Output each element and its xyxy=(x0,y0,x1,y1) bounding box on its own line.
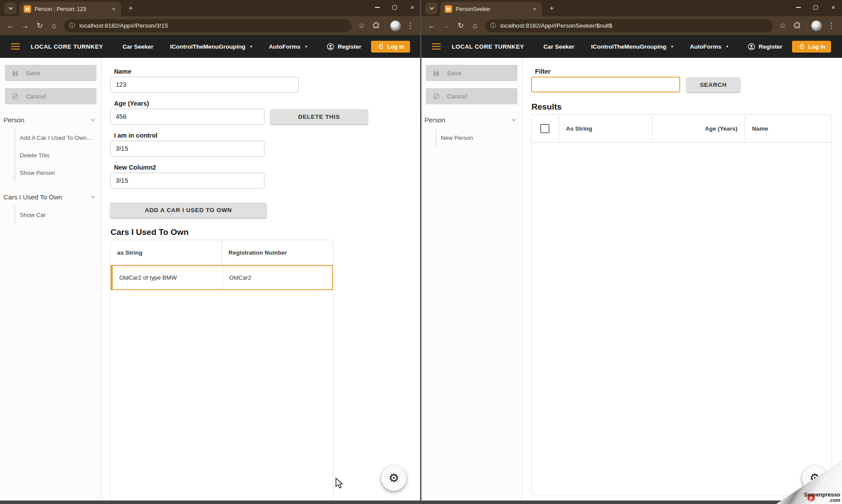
new-tab-button[interactable]: + xyxy=(125,4,136,13)
maximize-icon xyxy=(813,5,818,10)
person-form: Name Age (Years) DELETE THIS I am in con… xyxy=(102,58,421,500)
tab-search-button[interactable] xyxy=(425,2,438,14)
login-button[interactable]: Log in xyxy=(792,41,831,53)
delete-this-button[interactable]: DELETE THIS xyxy=(270,109,368,124)
save-button[interactable]: Save xyxy=(5,65,96,81)
back-button[interactable]: ← xyxy=(4,18,18,33)
login-icon xyxy=(798,43,805,50)
window-minimize-button[interactable] xyxy=(368,0,386,14)
back-button[interactable]: ← xyxy=(425,18,439,33)
chevron-down-icon xyxy=(8,6,13,10)
add-car-button[interactable]: ADD A CAR I USED TO OWN xyxy=(110,202,267,218)
select-all-cell[interactable] xyxy=(532,115,559,142)
age-field[interactable] xyxy=(110,109,264,124)
caret-down-icon: ▾ xyxy=(305,45,307,49)
cancel-button[interactable]: Cancel xyxy=(5,88,96,104)
mouse-cursor xyxy=(335,478,343,491)
cell-registration-number: OldCar2 xyxy=(222,266,332,289)
gear-icon: ⚙ xyxy=(389,471,399,485)
tab-title: Person : Person: 123 xyxy=(35,6,110,12)
window-minimize-button[interactable] xyxy=(789,0,807,14)
sidebar-section-person-header[interactable]: Person xyxy=(0,116,101,124)
cars-heading: Cars I Used To Own xyxy=(111,227,421,237)
login-button[interactable]: Log in xyxy=(371,41,410,53)
sidebar-section-person-header[interactable]: Person xyxy=(421,116,522,124)
nav-item-autoforms[interactable]: AutoForms▾ xyxy=(269,43,307,50)
sidebar-item-delete-this[interactable]: Delete This xyxy=(20,146,101,164)
profile-avatar[interactable] xyxy=(811,21,822,31)
app-brand[interactable]: LOCAL CORE TURNKEY xyxy=(31,43,103,50)
new-column2-field[interactable] xyxy=(110,173,264,188)
cancel-button[interactable]: Cancel xyxy=(426,88,517,104)
tab-person[interactable]: M Person : Person: 123 × xyxy=(19,2,121,16)
forward-button[interactable]: → xyxy=(439,18,453,33)
bookmark-star-icon[interactable]: ☆ xyxy=(354,18,369,33)
app-brand[interactable]: LOCAL CORE TURNKEY xyxy=(452,43,524,50)
bookmark-star-icon[interactable]: ☆ xyxy=(775,18,790,33)
address-bar[interactable]: ⓘ localhost:8182/App#/PersonSeeker/$null… xyxy=(485,19,773,32)
site-info-icon[interactable]: ⓘ xyxy=(490,22,496,30)
tab-personseeker[interactable]: M PersonSeeker × xyxy=(440,2,542,16)
address-bar[interactable]: ⓘ localhost:8182/App#/Person/3!15 xyxy=(64,19,352,32)
sidebar-item-show-car[interactable]: Show Car xyxy=(20,206,101,224)
sidebar: Save Cancel Person New Person xyxy=(421,58,523,500)
sidebar-section-person: Person Add A Car I Used To Own... Delete… xyxy=(0,116,101,181)
extensions-icon[interactable] xyxy=(369,18,383,33)
window-bottom-frame xyxy=(0,500,421,504)
window-close-button[interactable]: × xyxy=(403,0,421,14)
column-header-as-string[interactable]: As String xyxy=(559,115,652,142)
sidebar-item-show-person[interactable]: Show Person xyxy=(20,164,101,181)
reload-button[interactable]: ↻ xyxy=(453,18,468,33)
hamburger-menu-icon[interactable] xyxy=(11,43,20,50)
home-button[interactable]: ⌂ xyxy=(468,18,482,33)
nav-item-icontrolthemenugrouping[interactable]: IControlTheMenuGrouping▾ xyxy=(170,43,252,50)
sidebar-item-new-person[interactable]: New Person xyxy=(441,129,522,146)
reload-button[interactable]: ↻ xyxy=(32,18,47,33)
save-button[interactable]: Save xyxy=(426,65,517,81)
column-header-name[interactable]: Name xyxy=(745,115,831,142)
window-maximize-button[interactable] xyxy=(807,0,824,14)
name-label: Name xyxy=(114,68,421,75)
tab-favicon: M xyxy=(24,5,31,13)
nav-item-car-seeker[interactable]: Car Seeker xyxy=(543,43,574,50)
site-info-icon[interactable]: ⓘ xyxy=(69,22,75,30)
tab-close-icon[interactable]: × xyxy=(110,5,118,13)
menu-kebab-icon[interactable]: ⋮ xyxy=(824,18,838,33)
select-all-checkbox[interactable] xyxy=(540,124,549,133)
settings-fab[interactable]: ⚙ xyxy=(381,465,407,491)
nav-item-icontrolthemenugrouping[interactable]: IControlTheMenuGrouping▾ xyxy=(591,43,673,50)
filter-input[interactable] xyxy=(531,77,680,92)
new-tab-button[interactable]: + xyxy=(546,4,557,13)
browser-window-personseeker: M PersonSeeker × + × ← → ↻ ⌂ ⓘ localhost… xyxy=(421,0,842,504)
minimize-icon xyxy=(796,7,801,8)
person-icon xyxy=(747,43,756,51)
nav-item-car-seeker[interactable]: Car Seeker xyxy=(122,43,153,50)
sidebar-section-cars-header[interactable]: Cars I Used To Own xyxy=(0,193,101,201)
i-am-in-control-field[interactable] xyxy=(110,141,264,156)
screenpresso-text: Screenpresso .com xyxy=(804,492,840,503)
profile-avatar[interactable] xyxy=(390,21,401,31)
column-header-age-years[interactable]: Age (Years) xyxy=(652,115,745,142)
save-icon xyxy=(11,69,19,77)
forward-button[interactable]: → xyxy=(18,18,32,33)
nav-item-autoforms[interactable]: AutoForms▾ xyxy=(690,43,728,50)
register-button[interactable]: Register xyxy=(326,43,361,51)
sidebar-section-person: Person New Person xyxy=(421,116,522,146)
chevron-down-icon xyxy=(512,117,516,121)
tab-search-button[interactable] xyxy=(4,2,17,14)
name-field[interactable] xyxy=(110,77,299,92)
table-row-selected[interactable]: OldCar2 of type BMW OldCar2 xyxy=(111,265,333,290)
home-button[interactable]: ⌂ xyxy=(47,18,61,33)
results-table: As String Age (Years) Name xyxy=(531,114,832,495)
menu-kebab-icon[interactable]: ⋮ xyxy=(403,18,417,33)
column-header-as-string[interactable]: as String xyxy=(111,240,221,265)
window-close-button[interactable]: × xyxy=(824,0,842,14)
hamburger-menu-icon[interactable] xyxy=(432,43,441,50)
tab-close-icon[interactable]: × xyxy=(531,5,539,13)
window-maximize-button[interactable] xyxy=(386,0,403,14)
search-button[interactable]: SEARCH xyxy=(686,77,740,92)
extensions-icon[interactable] xyxy=(790,18,804,33)
register-button[interactable]: Register xyxy=(747,43,782,51)
sidebar-item-add-a-car-i-used-to-own[interactable]: Add A Car I Used To Own... xyxy=(20,129,101,146)
column-header-registration-number[interactable]: Registration Number xyxy=(221,240,333,265)
